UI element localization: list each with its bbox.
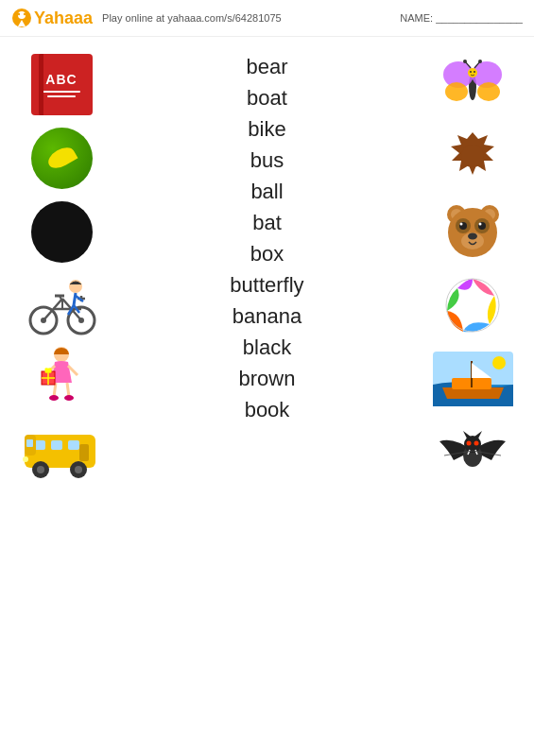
svg-point-42: [75, 466, 82, 473]
svg-point-68: [459, 223, 462, 226]
header-name: NAME: _______________: [400, 12, 523, 24]
bat-svg: [435, 427, 510, 479]
beach-ball-svg: [442, 275, 504, 336]
bike-svg: [26, 275, 97, 336]
black-circle-image: [24, 198, 99, 265]
banana-circle-visual: [31, 128, 93, 189]
svg-point-28: [64, 395, 74, 401]
center-column: bear boat bike bus ball bat box butterfl…: [123, 46, 411, 727]
svg-point-69: [478, 223, 481, 226]
brown-splat-svg: [442, 128, 504, 189]
svg-line-26: [67, 383, 69, 397]
word-black: black: [243, 332, 291, 363]
book-lines: [43, 91, 80, 93]
svg-point-53: [474, 71, 475, 73]
girl-presents-image: [24, 346, 99, 412]
word-box: box: [250, 238, 284, 269]
banana-shape: [45, 144, 78, 173]
logo-icon: [11, 8, 32, 28]
svg-point-40: [37, 466, 44, 473]
word-bus: bus: [250, 145, 284, 176]
svg-point-27: [49, 395, 59, 401]
svg-point-50: [477, 82, 500, 101]
svg-rect-36: [51, 440, 62, 450]
girl-presents-svg: [36, 345, 88, 413]
bear-image: [435, 198, 510, 265]
boat-image: [435, 346, 510, 412]
beach-ball-image: [435, 272, 510, 338]
bus-svg: [20, 425, 103, 480]
svg-rect-37: [68, 440, 79, 450]
svg-point-51: [468, 68, 477, 77]
svg-point-58: [461, 145, 484, 167]
word-bike: bike: [248, 113, 285, 145]
abc-label: ABC: [45, 72, 77, 87]
svg-point-55: [463, 60, 467, 63]
word-banana: banana: [233, 301, 301, 332]
brown-splat-image: [435, 125, 510, 191]
bus-image: [24, 420, 99, 486]
svg-rect-38: [79, 444, 89, 461]
logo: Yahaaa: [11, 8, 93, 28]
svg-point-57: [478, 60, 482, 63]
boat-svg: [433, 352, 513, 406]
header: Yahaaa Play online at yahaaa.com/s/64281…: [0, 0, 534, 37]
word-boat: boat: [247, 82, 287, 113]
right-column: [411, 46, 534, 727]
banana-image: [24, 125, 99, 191]
svg-point-71: [468, 233, 477, 240]
svg-point-80: [464, 436, 481, 453]
word-bear: bear: [246, 51, 287, 82]
logo-text: Yahaaa: [34, 9, 93, 28]
svg-point-52: [470, 71, 472, 73]
svg-point-4: [24, 13, 26, 15]
svg-line-18: [74, 293, 76, 305]
word-bat: bat: [252, 207, 282, 238]
word-ball: ball: [250, 176, 283, 207]
book-lines-2: [47, 95, 76, 97]
left-column: ABC: [0, 46, 123, 727]
svg-point-75: [492, 356, 506, 369]
header-url: Play online at yahaaa.com/s/64281075: [102, 12, 390, 24]
word-book: book: [245, 394, 290, 425]
abc-book-visual: ABC: [31, 54, 93, 115]
bear-svg: [442, 199, 504, 264]
svg-point-81: [467, 440, 472, 445]
butterfly-svg: [439, 54, 506, 115]
main-content: ABC: [0, 37, 534, 736]
svg-rect-44: [26, 439, 33, 447]
butterfly-image: [435, 51, 510, 117]
svg-point-45: [23, 456, 28, 462]
word-brown: brown: [239, 363, 296, 394]
svg-point-3: [18, 13, 20, 15]
book-image: ABC: [24, 51, 99, 117]
bat-image: [435, 420, 510, 486]
black-circle-visual: [31, 201, 93, 263]
svg-point-49: [445, 82, 468, 101]
word-butterfly: butterfly: [230, 269, 303, 301]
svg-point-82: [474, 440, 479, 445]
bike-image: [24, 272, 99, 338]
